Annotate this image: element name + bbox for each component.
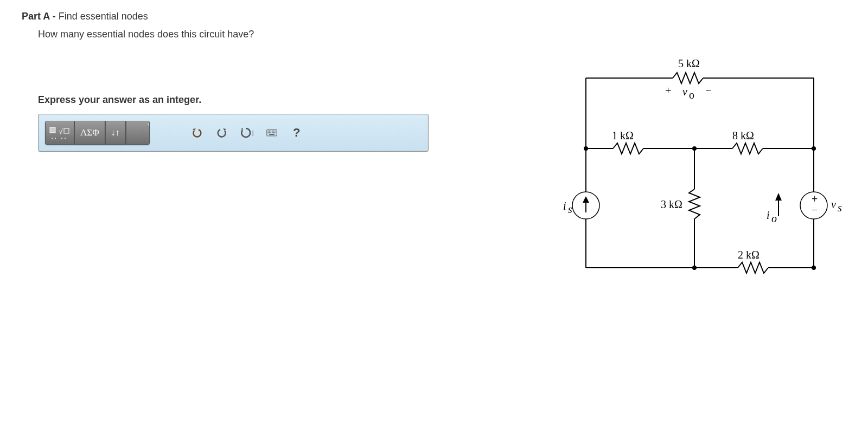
svg-rect-15 — [269, 132, 270, 133]
circuit-diagram: 5 kΩ + v o − 1 kΩ 8 kΩ — [542, 51, 846, 284]
svg-rect-13 — [275, 131, 276, 132]
vs-minus: − — [812, 204, 818, 216]
svg-rect-0 — [50, 127, 55, 133]
svg-rect-14 — [267, 132, 269, 133]
svg-rect-20 — [269, 134, 275, 135]
vs-label: v — [831, 198, 836, 210]
part-title: Find essential nodes — [59, 11, 148, 22]
r1-label: 5 kΩ — [678, 57, 700, 69]
io-sub: o — [771, 212, 777, 224]
io-label: i — [767, 209, 770, 221]
svg-rect-8 — [267, 131, 269, 132]
templates-button[interactable]: √ — [45, 121, 74, 145]
r4-label: 3 kΩ — [661, 198, 682, 210]
svg-text:√: √ — [59, 127, 63, 135]
vs-sub: s — [838, 202, 842, 214]
vector-button[interactable]: . — [126, 121, 150, 145]
r3-label: 8 kΩ — [732, 130, 754, 141]
undo-button[interactable] — [188, 123, 206, 143]
svg-rect-17 — [272, 132, 273, 133]
greek-button[interactable]: ΑΣΦ — [74, 121, 105, 145]
svg-point-6 — [65, 138, 66, 139]
is-label: i — [563, 200, 566, 212]
svg-rect-2 — [64, 128, 69, 133]
part-heading: Part A - Find essential nodes — [22, 11, 846, 22]
r2-label: 1 kΩ — [612, 130, 634, 141]
redo-button[interactable] — [213, 123, 231, 143]
svg-point-27 — [812, 266, 816, 270]
vo-sub: o — [689, 89, 694, 101]
arrows-button[interactable]: ↓↑ — [105, 121, 126, 145]
svg-rect-11 — [272, 131, 273, 132]
part-label: Part A — [22, 11, 50, 22]
svg-rect-9 — [269, 131, 270, 132]
answer-instruction: Express your answer as an integer. — [38, 94, 456, 106]
reset-button[interactable]: | — [238, 123, 256, 143]
svg-rect-10 — [270, 131, 271, 132]
vs-plus: + — [812, 193, 818, 205]
answer-input-toolbar[interactable]: √ ΑΣΦ ↓↑ . | — [38, 114, 429, 152]
svg-point-3 — [52, 138, 53, 139]
is-sub: s — [568, 203, 572, 215]
svg-rect-18 — [273, 132, 274, 133]
keyboard-button[interactable] — [263, 123, 281, 143]
svg-rect-19 — [275, 132, 276, 133]
svg-point-4 — [55, 138, 56, 139]
question-text: How many essential nodes does this circu… — [38, 29, 846, 40]
vo-label: v — [682, 86, 687, 98]
svg-rect-12 — [273, 131, 274, 132]
svg-rect-16 — [270, 132, 271, 133]
vo-plus: + — [665, 85, 671, 96]
help-button[interactable]: ? — [288, 123, 306, 143]
vo-minus: − — [705, 85, 711, 96]
svg-point-5 — [61, 138, 62, 139]
r5-label: 2 kΩ — [738, 249, 760, 261]
